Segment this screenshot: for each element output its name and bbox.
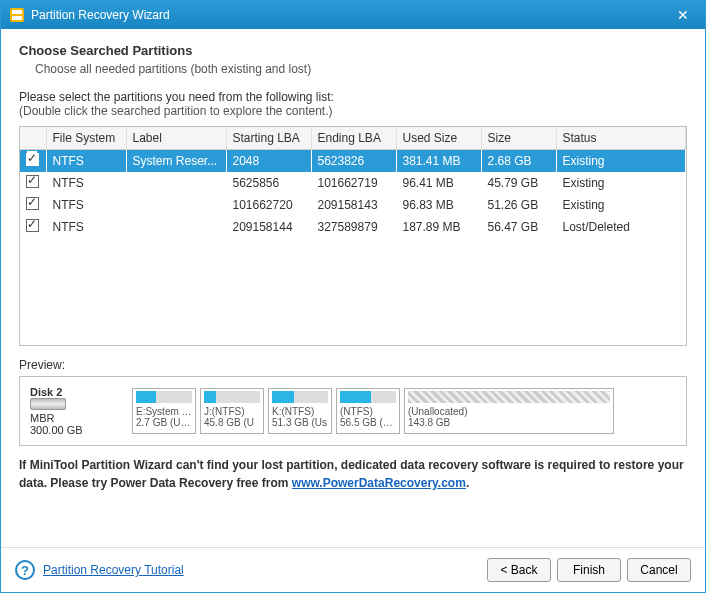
page-heading: Choose Searched Partitions bbox=[19, 43, 687, 58]
usage-bar bbox=[204, 391, 260, 403]
cell-end: 5623826 bbox=[311, 150, 396, 173]
part-label-2: 2.7 GB (Used bbox=[136, 417, 192, 428]
partition-box[interactable]: E:System Re 2.7 GB (Used bbox=[132, 388, 196, 434]
cell-used: 96.41 MB bbox=[396, 172, 481, 194]
cell-end: 327589879 bbox=[311, 216, 396, 238]
table-row[interactable]: NTFS 101662720 209158143 96.83 MB 51.26 … bbox=[20, 194, 686, 216]
cell-size: 2.68 GB bbox=[481, 150, 556, 173]
part-label-2: 45.8 GB (U bbox=[204, 417, 260, 428]
row-checkbox[interactable] bbox=[26, 197, 39, 210]
disk-size: 300.00 GB bbox=[30, 424, 126, 436]
titlebar[interactable]: Partition Recovery Wizard ✕ bbox=[1, 1, 705, 29]
partition-table[interactable]: File System Label Starting LBA Ending LB… bbox=[19, 126, 687, 346]
notice-text: If MiniTool Partition Wizard can't find … bbox=[19, 456, 687, 492]
disk-info: Disk 2 MBR 300.00 GB bbox=[30, 386, 126, 436]
col-label[interactable]: Label bbox=[126, 127, 226, 150]
col-used-size[interactable]: Used Size bbox=[396, 127, 481, 150]
preview-pane: Disk 2 MBR 300.00 GB E:System Re 2.7 GB … bbox=[19, 376, 687, 446]
cell-label bbox=[126, 194, 226, 216]
part-label-2: 56.5 GB (Used bbox=[340, 417, 396, 428]
recovery-link[interactable]: www.PowerDataRecovery.com bbox=[292, 476, 466, 490]
cell-label bbox=[126, 216, 226, 238]
cell-label: System Reser... bbox=[126, 150, 226, 173]
cell-start: 209158144 bbox=[226, 216, 311, 238]
row-checkbox[interactable] bbox=[26, 175, 39, 188]
cell-size: 45.79 GB bbox=[481, 172, 556, 194]
cell-used: 187.89 MB bbox=[396, 216, 481, 238]
cell-fs: NTFS bbox=[46, 216, 126, 238]
col-starting-lba[interactable]: Starting LBA bbox=[226, 127, 311, 150]
cell-used: 381.41 MB bbox=[396, 150, 481, 173]
tutorial-link[interactable]: Partition Recovery Tutorial bbox=[43, 563, 184, 577]
disk-type: MBR bbox=[30, 412, 126, 424]
col-filesystem[interactable]: File System bbox=[46, 127, 126, 150]
cancel-button[interactable]: Cancel bbox=[627, 558, 691, 582]
wizard-window: Partition Recovery Wizard ✕ Choose Searc… bbox=[0, 0, 706, 593]
table-row[interactable]: NTFS 5625856 101662719 96.41 MB 45.79 GB… bbox=[20, 172, 686, 194]
svg-rect-1 bbox=[12, 10, 22, 14]
usage-bar bbox=[272, 391, 328, 403]
cell-fs: NTFS bbox=[46, 172, 126, 194]
instruction-line-2: (Double click the searched partition to … bbox=[19, 104, 687, 118]
table-row[interactable]: NTFS 209158144 327589879 187.89 MB 56.47… bbox=[20, 216, 686, 238]
part-label-1: J:(NTFS) bbox=[204, 406, 260, 417]
cell-size: 51.26 GB bbox=[481, 194, 556, 216]
col-status[interactable]: Status bbox=[556, 127, 686, 150]
cell-start: 2048 bbox=[226, 150, 311, 173]
cell-label bbox=[126, 172, 226, 194]
close-icon[interactable]: ✕ bbox=[669, 7, 697, 23]
partition-box[interactable]: (Unallocated) 143.8 GB bbox=[404, 388, 614, 434]
table-row[interactable]: NTFS System Reser... 2048 5623826 381.41… bbox=[20, 150, 686, 173]
partition-box[interactable]: K:(NTFS) 51.3 GB (Us bbox=[268, 388, 332, 434]
row-checkbox[interactable] bbox=[26, 219, 39, 232]
svg-rect-2 bbox=[12, 16, 22, 20]
cell-fs: NTFS bbox=[46, 150, 126, 173]
window-title: Partition Recovery Wizard bbox=[31, 8, 669, 22]
footer: ? Partition Recovery Tutorial < Back Fin… bbox=[1, 547, 705, 592]
part-label-1: (Unallocated) bbox=[408, 406, 610, 417]
help-icon[interactable]: ? bbox=[15, 560, 35, 580]
disk-name: Disk 2 bbox=[30, 386, 126, 398]
cell-start: 101662720 bbox=[226, 194, 311, 216]
cell-fs: NTFS bbox=[46, 194, 126, 216]
cell-end: 101662719 bbox=[311, 172, 396, 194]
part-label-1: (NTFS) bbox=[340, 406, 396, 417]
col-size[interactable]: Size bbox=[481, 127, 556, 150]
instruction-line-1: Please select the partitions you need fr… bbox=[19, 90, 687, 104]
part-label-2: 143.8 GB bbox=[408, 417, 610, 428]
disk-icon bbox=[30, 398, 66, 410]
cell-status: Lost/Deleted bbox=[556, 216, 686, 238]
usage-bar bbox=[340, 391, 396, 403]
finish-button[interactable]: Finish bbox=[557, 558, 621, 582]
app-icon bbox=[9, 7, 25, 23]
part-label-1: E:System Re bbox=[136, 406, 192, 417]
cell-status: Existing bbox=[556, 194, 686, 216]
usage-bar bbox=[408, 391, 610, 403]
usage-bar bbox=[136, 391, 192, 403]
cell-used: 96.83 MB bbox=[396, 194, 481, 216]
page-subheading: Choose all needed partitions (both exist… bbox=[35, 62, 687, 76]
col-checkbox bbox=[20, 127, 46, 150]
cell-start: 5625856 bbox=[226, 172, 311, 194]
back-button[interactable]: < Back bbox=[487, 558, 551, 582]
part-label-2: 51.3 GB (Us bbox=[272, 417, 328, 428]
part-label-1: K:(NTFS) bbox=[272, 406, 328, 417]
table-header-row: File System Label Starting LBA Ending LB… bbox=[20, 127, 686, 150]
cell-status: Existing bbox=[556, 172, 686, 194]
partition-box[interactable]: (NTFS) 56.5 GB (Used bbox=[336, 388, 400, 434]
cell-end: 209158143 bbox=[311, 194, 396, 216]
content-area: Choose Searched Partitions Choose all ne… bbox=[1, 29, 705, 547]
cell-status: Existing bbox=[556, 150, 686, 173]
partition-box[interactable]: J:(NTFS) 45.8 GB (U bbox=[200, 388, 264, 434]
cell-size: 56.47 GB bbox=[481, 216, 556, 238]
col-ending-lba[interactable]: Ending LBA bbox=[311, 127, 396, 150]
preview-label: Preview: bbox=[19, 358, 687, 372]
row-checkbox[interactable] bbox=[26, 153, 39, 166]
